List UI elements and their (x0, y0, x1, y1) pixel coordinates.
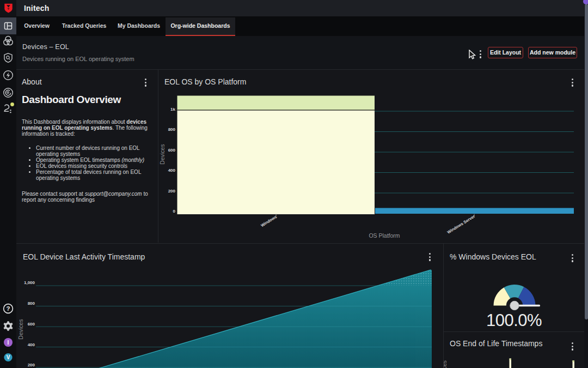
svg-text:Devices: Devices (159, 144, 166, 164)
svg-text:600: 600 (168, 148, 176, 153)
svg-text:1k: 1k (170, 107, 175, 112)
svg-text:Windows Server: Windows Server (446, 214, 476, 235)
svg-text:Windows: Windows (260, 214, 278, 228)
svg-text:100.0%: 100.0% (486, 311, 542, 330)
svg-text:Devices: Devices (17, 319, 24, 339)
svg-text:200: 200 (28, 363, 35, 367)
svg-text:OS Platform: OS Platform (369, 232, 400, 239)
svg-text:800: 800 (28, 301, 35, 306)
svg-text:200: 200 (168, 189, 176, 194)
svg-text:?: ? (6, 305, 10, 312)
svg-text:600: 600 (28, 322, 35, 327)
svg-text:400: 400 (28, 342, 35, 347)
svg-text:I: I (8, 340, 9, 346)
svg-text:0: 0 (173, 209, 176, 214)
svg-text:1,000: 1,000 (24, 280, 35, 285)
svg-text:Devices: Devices (444, 360, 448, 368)
svg-text:V: V (7, 354, 10, 360)
svg-text:800: 800 (168, 127, 176, 132)
svg-text:400: 400 (168, 168, 176, 173)
